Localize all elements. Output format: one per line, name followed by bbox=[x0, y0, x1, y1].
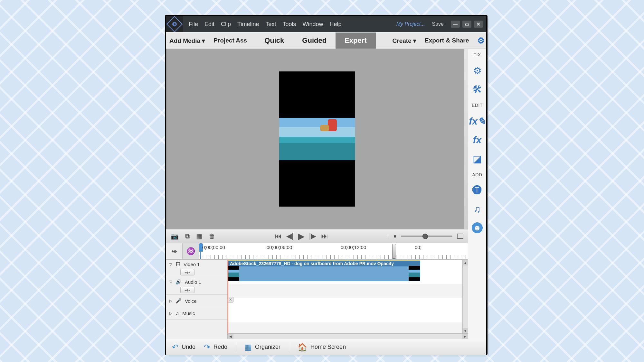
export-share-button[interactable]: Export & Share bbox=[425, 37, 469, 44]
preview-image bbox=[279, 118, 355, 160]
track-header-voice[interactable]: ▷🎤Voice bbox=[166, 295, 227, 307]
create-button[interactable]: Create ▾ bbox=[393, 37, 416, 44]
film-icon: 🎞 bbox=[175, 262, 180, 267]
menu-timeline[interactable]: Timeline bbox=[237, 21, 259, 28]
audio-clip-stub[interactable]: ✕ bbox=[228, 297, 233, 302]
home-screen-button[interactable]: 🏠Home Screen bbox=[298, 343, 346, 352]
titles-icon[interactable]: 🅣 bbox=[472, 185, 482, 196]
fit-screen-button[interactable] bbox=[457, 234, 463, 239]
timeline-tracks: ▽🎞Video 1 ◂◆▸ ▽🔊Audio 1 ◂◆▸ ▷🎤Voice ▷♫Mu… bbox=[166, 259, 468, 339]
rewind-start-button[interactable]: ⏮ bbox=[275, 232, 282, 240]
panel-section-label: EDIT bbox=[472, 103, 483, 108]
timeline-audio-tool[interactable]: ♒ bbox=[183, 243, 199, 259]
timeline-vertical-scrollbar[interactable] bbox=[462, 260, 468, 334]
timeline-horizontal-scrollbar[interactable] bbox=[228, 333, 468, 339]
timeline-split-tool[interactable]: ⇹ bbox=[166, 243, 183, 259]
preview-monitor[interactable] bbox=[166, 49, 468, 229]
playhead[interactable] bbox=[228, 260, 228, 339]
track-header-music[interactable]: ▷♫Music bbox=[166, 307, 227, 320]
panel-section-label: FIX bbox=[473, 52, 481, 57]
play-button[interactable]: ▶ bbox=[298, 231, 305, 241]
track-lanes[interactable]: AdobeStock_232697778_HD - dog on surfboa… bbox=[228, 260, 468, 339]
clip-thumb-end bbox=[409, 266, 420, 281]
track-header-audio1[interactable]: ▽🔊Audio 1 ◂◆▸ bbox=[166, 277, 227, 295]
zoom-out-icon[interactable]: ▫ bbox=[388, 234, 389, 239]
video-clip[interactable]: AdobeStock_232697778_HD - dog on surfboa… bbox=[228, 260, 420, 281]
color-swatch-icon[interactable]: ◪ bbox=[473, 153, 482, 164]
zoom-slider[interactable] bbox=[401, 236, 452, 237]
music-icon[interactable]: ♫ bbox=[474, 204, 481, 215]
footer-bar: ↶Undo ↷Redo ▦Organizer 🏠Home Screen bbox=[166, 339, 486, 355]
workspace: 📷 ⧉ ▦ 🗑 ⏮ ◀| ▶ |▶ ⏭ ▫ ■ bbox=[166, 49, 486, 339]
grid-icon[interactable]: ▦ bbox=[196, 232, 202, 240]
ruler-tick: 00;00;06;00 bbox=[267, 245, 292, 250]
zoom-in-icon[interactable]: ■ bbox=[394, 234, 396, 239]
timeline-header: ⇹ ♒ 0;00;00;0000;00;06;0000;00;12;0000; bbox=[166, 243, 468, 259]
step-back-button[interactable]: ◀| bbox=[286, 232, 294, 240]
panel-section-label: ADD bbox=[472, 172, 482, 177]
menu-edit[interactable]: Edit bbox=[204, 21, 214, 28]
window-minimize-button[interactable]: — bbox=[451, 21, 460, 28]
window-close-button[interactable]: ✕ bbox=[474, 21, 483, 28]
preview-frame bbox=[279, 71, 355, 207]
save-button[interactable]: Save bbox=[432, 21, 444, 27]
mode-tab-expert[interactable]: Expert bbox=[336, 32, 375, 49]
mode-tab-guided[interactable]: Guided bbox=[293, 32, 336, 49]
track-headers: ▽🎞Video 1 ◂◆▸ ▽🔊Audio 1 ◂◆▸ ▷🎤Voice ▷♫Mu… bbox=[166, 260, 228, 339]
redo-button[interactable]: ↷Redo bbox=[204, 343, 227, 352]
ruler-tick: 0;00;00;00 bbox=[202, 245, 225, 250]
project-assets-button[interactable]: Project Ass bbox=[213, 37, 247, 44]
clip-thumb-start bbox=[228, 266, 239, 281]
fast-forward-button[interactable]: ⏭ bbox=[321, 232, 328, 240]
app-window: File Edit Clip Timeline Text Tools Windo… bbox=[165, 15, 488, 355]
menu-window[interactable]: Window bbox=[302, 21, 323, 28]
mic-icon: 🎤 bbox=[175, 298, 182, 304]
menu-file[interactable]: File bbox=[189, 21, 198, 28]
menu-clip[interactable]: Clip bbox=[221, 21, 231, 28]
rotate-icon[interactable]: ⧉ bbox=[185, 233, 190, 240]
project-name[interactable]: My Project... bbox=[396, 21, 425, 27]
add-media-button[interactable]: Add Media ▾ bbox=[169, 37, 205, 44]
adjust-sliders-icon[interactable]: ⚙ bbox=[473, 65, 482, 76]
camera-icon[interactable]: 📷 bbox=[171, 232, 179, 240]
mode-tab-quick[interactable]: Quick bbox=[255, 32, 293, 49]
ruler-tick: 00;00;12;00 bbox=[341, 245, 366, 250]
window-maximize-button[interactable]: ▭ bbox=[462, 21, 471, 28]
speaker-icon: 🔊 bbox=[175, 279, 182, 285]
fx-icon[interactable]: fx bbox=[473, 135, 482, 145]
right-panel: FIX⚙🛠EDITfx✎fx◪ADD🅣♫☻ bbox=[468, 49, 486, 339]
menu-help[interactable]: Help bbox=[330, 21, 342, 28]
step-forward-button[interactable]: |▶ bbox=[309, 232, 317, 240]
menu-text[interactable]: Text bbox=[265, 21, 276, 28]
fx-edit-icon[interactable]: fx✎ bbox=[469, 116, 486, 127]
ruler-tick: 00; bbox=[415, 245, 421, 250]
trash-icon[interactable]: 🗑 bbox=[209, 233, 215, 240]
settings-gear-icon[interactable]: ⚙ bbox=[477, 36, 485, 46]
clip-label: AdobeStock_232697778_HD - dog on surfboa… bbox=[228, 260, 420, 266]
track-header-video1[interactable]: ▽🎞Video 1 ◂◆▸ bbox=[166, 260, 227, 277]
timeline-ruler[interactable]: 0;00;00;0000;00;06;0000;00;12;0000; bbox=[199, 243, 468, 259]
main-toolbar: Add Media ▾ Project Ass Quick Guided Exp… bbox=[166, 32, 486, 49]
tools-icon[interactable]: 🛠 bbox=[472, 84, 482, 95]
app-logo-icon bbox=[166, 16, 183, 32]
music-icon: ♫ bbox=[175, 311, 179, 316]
menu-bar: File Edit Clip Timeline Text Tools Windo… bbox=[183, 16, 347, 32]
playback-bar: 📷 ⧉ ▦ 🗑 ⏮ ◀| ▶ |▶ ⏭ ▫ ■ bbox=[166, 229, 468, 243]
undo-button[interactable]: ↶Undo bbox=[172, 343, 195, 352]
menu-tools[interactable]: Tools bbox=[282, 21, 296, 28]
smiley-icon[interactable]: ☻ bbox=[472, 222, 483, 233]
window-controls: — ▭ ✕ bbox=[451, 21, 483, 28]
titlebar: File Edit Clip Timeline Text Tools Windo… bbox=[166, 16, 486, 32]
organizer-button[interactable]: ▦Organizer bbox=[244, 343, 280, 352]
